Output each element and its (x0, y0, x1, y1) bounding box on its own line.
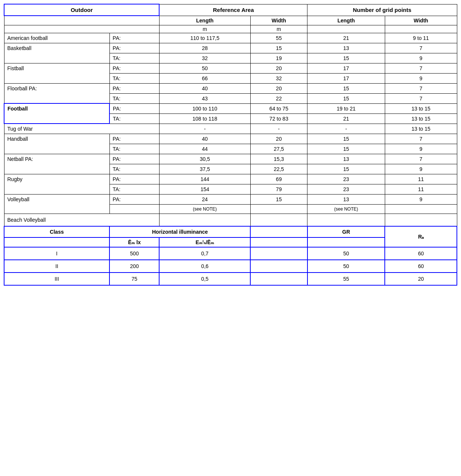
ra-value: 20 (385, 273, 457, 285)
grid-width: 7 (385, 83, 457, 93)
ref-length: 50 (159, 63, 250, 73)
class-row-iii: III 75 0,5 55 20 (4, 273, 457, 285)
ref-length-note: (see NOTE) (159, 205, 250, 214)
grid-width: 11 (385, 184, 457, 195)
grid-length: 15 (307, 164, 385, 174)
ref-width-unit: m (250, 25, 307, 33)
sport-name: Tug of War (4, 124, 159, 134)
sport-sub: PA: (109, 134, 159, 144)
ref-length: 30,5 (159, 154, 250, 164)
grid-width: 7 (385, 63, 457, 73)
grid-length: 15 (307, 144, 385, 154)
sport-sub: PA: (109, 154, 159, 164)
table-row: Floorball PA: PA: 40 20 15 7 (4, 83, 457, 93)
ra-header: Rₐ (385, 226, 457, 247)
table-row: Basketball PA: 28 15 13 7 (4, 43, 457, 53)
grid-length: 15 (307, 53, 385, 63)
grid-width: 7 (385, 93, 457, 103)
reference-area-header: Reference Area (159, 4, 307, 16)
em-lx-value: 75 (109, 273, 159, 285)
outdoor-header: Outdoor (4, 4, 159, 16)
emin-em-header: Eₘᴵₙ/Ēₘ (159, 237, 250, 247)
sport-name: Volleyball (4, 195, 109, 214)
em-lx-value: 200 (109, 260, 159, 273)
ref-width: 72 to 83 (250, 113, 307, 124)
grid-width: 13 to 15 (385, 113, 457, 124)
grid-length: 13 (307, 195, 385, 205)
sport-name: Handball (4, 134, 109, 154)
ratio-value: 0,7 (159, 247, 250, 260)
ref-width: 32 (250, 73, 307, 83)
table-row: Volleyball PA: 24 15 13 9 (4, 195, 457, 205)
ratio-value: 0,5 (159, 273, 250, 285)
table-row: Rugby PA: 144 69 23 11 (4, 174, 457, 184)
sport-sub (109, 205, 159, 214)
grid-width-header: Width (385, 16, 457, 25)
sport-name: Beach Volleyball (4, 214, 159, 227)
class-row-i: I 500 0,7 50 60 (4, 247, 457, 260)
ref-width: 19 (250, 53, 307, 63)
main-table: Outdoor Reference Area Number of grid po… (4, 4, 457, 286)
ref-width: 15 (250, 195, 307, 205)
grid-width: 9 to 11 (385, 33, 457, 43)
ref-width: 22,5 (250, 164, 307, 174)
ref-length: 144 (159, 174, 250, 184)
ref-width: 64 to 75 (250, 103, 307, 113)
empty-col (250, 260, 307, 273)
table-row: Tug of War - - - 13 to 15 (4, 124, 457, 134)
class-row-ii: II 200 0,6 50 60 (4, 260, 457, 273)
class-value: I (4, 247, 109, 260)
grid-width (385, 214, 457, 227)
empty-middle (250, 226, 307, 237)
ref-width: 20 (250, 83, 307, 93)
sport-sub: PA: (109, 103, 159, 113)
ref-length: 100 to 110 (159, 103, 250, 113)
sport-sub: TA: (109, 164, 159, 174)
class-value: II (4, 260, 109, 273)
sport-sub: PA: (109, 63, 159, 73)
ref-width: 79 (250, 184, 307, 195)
grid-length: 21 (307, 33, 385, 43)
sport-sub: PA: (109, 195, 159, 205)
ref-width-note (250, 205, 307, 214)
grid-width: 13 to 15 (385, 124, 457, 134)
grid-length: 15 (307, 134, 385, 144)
ref-width: 22 (250, 93, 307, 103)
table-row: Fistball PA: 50 20 17 7 (4, 63, 457, 73)
grid-length: - (307, 124, 385, 134)
gr-header: GR (307, 226, 385, 237)
em-lx-header: Ēₘ lx (109, 237, 159, 247)
grid-length: 17 (307, 63, 385, 73)
sport-sub: TA: (109, 113, 159, 124)
ref-length: 43 (159, 93, 250, 103)
ratio-value: 0,6 (159, 260, 250, 273)
ref-length: 32 (159, 53, 250, 63)
sport-name: American football (4, 33, 109, 43)
ref-width: 15 (250, 43, 307, 53)
grid-width: 9 (385, 195, 457, 205)
sport-sub: TA: (109, 144, 159, 154)
horiz-illuminance-header: Horizontal illuminance (109, 226, 250, 237)
ref-length: 40 (159, 83, 250, 93)
ref-width (250, 214, 307, 227)
grid-length-note: (see NOTE) (307, 205, 385, 214)
class-header: Class (4, 226, 109, 237)
empty-middle2 (250, 237, 307, 247)
ra-value: 60 (385, 260, 457, 273)
table-row: Football PA: 100 to 110 64 to 75 19 to 2… (4, 103, 457, 113)
grid-width: 9 (385, 53, 457, 63)
ref-length: 24 (159, 195, 250, 205)
bottom-header-row: Class Horizontal illuminance GR Rₐ (4, 226, 457, 237)
grid-width: 9 (385, 73, 457, 83)
ref-width: 55 (250, 33, 307, 43)
outdoor-subheader (4, 16, 159, 25)
ref-length: 108 to 118 (159, 113, 250, 124)
sport-name: Netball PA: (4, 154, 109, 174)
empty-col (250, 247, 307, 260)
class-subheader (4, 237, 109, 247)
ref-length-header: Length (159, 16, 250, 25)
ref-width: 27,5 (250, 144, 307, 154)
ref-length: 28 (159, 43, 250, 53)
ref-width: 15,3 (250, 154, 307, 164)
grid-width: 13 to 15 (385, 103, 457, 113)
